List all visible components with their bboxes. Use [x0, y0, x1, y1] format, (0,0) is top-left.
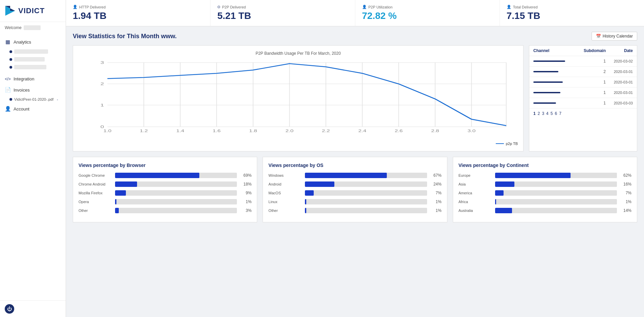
stat-http-value: 1.94 TB: [73, 10, 203, 21]
bar-track: [495, 181, 617, 187]
logo: VIDICT: [0, 0, 66, 22]
svg-text:2.8: 2.8: [431, 129, 439, 133]
bar-row: America 7%: [459, 190, 631, 196]
bar-fill: [305, 181, 334, 187]
bar-label: Asia: [459, 182, 492, 186]
sidebar-subitem-1[interactable]: [0, 48, 66, 55]
bar-track: [115, 208, 237, 213]
sidebar-item-account[interactable]: 👤 Account: [0, 103, 66, 115]
sidebar-item-integration[interactable]: </> Integration: [0, 74, 66, 84]
dot-icon-inv: [9, 98, 12, 101]
bar-fill: [305, 208, 306, 213]
bar-pct: 1%: [430, 199, 442, 204]
sidebar-subitem-3[interactable]: [0, 63, 66, 71]
power-button[interactable]: ⏻: [5, 304, 14, 314]
row-bar-cell: [533, 71, 579, 72]
dot-icon-2: [9, 58, 12, 61]
dot-icon-3: [9, 66, 12, 69]
bar-label: Opera: [79, 200, 112, 204]
row-subdomain: 2: [579, 69, 606, 74]
row-subdomain: 1: [579, 90, 606, 95]
row-bar-cell: [533, 92, 579, 93]
invoices-label: Invoices: [14, 88, 30, 93]
page-number[interactable]: 1: [533, 111, 536, 116]
svg-text:1.6: 1.6: [213, 129, 221, 133]
logo-icon: [4, 5, 16, 17]
bar-pct: 69%: [240, 173, 251, 178]
row-date: 2020-03-03: [606, 101, 633, 105]
page-number[interactable]: 6: [555, 111, 557, 116]
analytics-icon: ▦: [5, 39, 11, 45]
account-icon: 👤: [5, 106, 11, 112]
dot-icon-1: [9, 50, 12, 53]
stat-p2p-utilization: 👤 P2P Utilization 72.82 %: [355, 0, 500, 26]
page-number[interactable]: 4: [546, 111, 549, 116]
bar-label: Android: [268, 182, 302, 186]
page-number[interactable]: 5: [551, 111, 553, 116]
table-header: Channel Subdomain Date: [529, 46, 637, 56]
bar-label: Windows: [268, 173, 302, 177]
bar-pct: 3%: [240, 208, 251, 213]
bar-track: [495, 190, 617, 196]
table-row: 1 2020-03-02: [529, 56, 637, 67]
bar-track: [115, 181, 237, 187]
bar-row: Linux 1%: [268, 199, 441, 204]
bar-label: Google Chrome: [79, 173, 112, 177]
bar-row: Mozilla Firefox 9%: [79, 190, 251, 196]
bar-label: Linux: [268, 200, 302, 204]
svg-text:2.2: 2.2: [322, 129, 330, 133]
bar-pct: 18%: [240, 182, 251, 187]
history-calendar-button[interactable]: 📅 History Calendar: [592, 32, 637, 41]
stat-http-label: 👤 HTTP Delivered: [73, 5, 203, 9]
bar-track: [115, 199, 237, 204]
invoice-dash: -: [57, 97, 58, 101]
os-chart-card: Views percentage by OS Windows 67% Andro…: [263, 157, 447, 222]
table-row: 1 2020-03-01: [529, 88, 637, 98]
sidebar-invoice-subitem[interactable]: VidictPeer-01-2020-.pdf -: [0, 96, 66, 103]
row-bar-cell: [533, 102, 579, 104]
svg-text:3.0: 3.0: [467, 129, 475, 133]
page-number[interactable]: 2: [538, 111, 540, 116]
th-channel: Channel: [533, 48, 579, 53]
stat-http-delivered: 👤 HTTP Delivered 1.94 TB: [66, 0, 210, 26]
bar-track: [495, 208, 617, 213]
line-chart-container: P2P Bandwidth Usage Per TB For March, 20…: [73, 45, 524, 151]
table-row: 2 2020-03-01: [529, 67, 637, 77]
row-date: 2020-03-02: [606, 59, 633, 63]
bar-label: MacOS: [268, 191, 302, 195]
sidebar-item-analytics[interactable]: ▦ Analytics: [0, 36, 66, 48]
page-number[interactable]: 7: [559, 111, 561, 116]
svg-text:2.4: 2.4: [358, 129, 367, 133]
svg-text:3: 3: [101, 60, 104, 65]
continent-chart-card: Views percentage by Continent Europe 62%…: [453, 157, 637, 222]
table-row: 1 2020-03-03: [529, 98, 637, 108]
bar-fill: [115, 190, 126, 196]
bar-label: Mozilla Firefox: [79, 191, 112, 195]
row-bar: [533, 60, 565, 62]
row-bar-cell: [533, 60, 579, 62]
bar-pct: 9%: [240, 191, 251, 195]
main-content: 👤 HTTP Delivered 1.94 TB ⊙ P2P Delivered…: [66, 0, 644, 317]
continent-bars: Europe 62% Asia 16% America 7% Africa 1%: [459, 173, 631, 213]
bar-pct: 1%: [430, 208, 442, 213]
bar-track: [305, 173, 427, 178]
sidebar-subitem-2[interactable]: [0, 55, 66, 63]
bar-label: America: [459, 191, 492, 195]
row-subdomain: 1: [579, 101, 606, 105]
stat-util-value: 72.82 %: [362, 10, 493, 21]
chart-title: P2P Bandwidth Usage Per TB For March, 20…: [79, 51, 518, 56]
sidebar-item-invoices[interactable]: 📄 Invoices: [0, 84, 66, 96]
bar-row: Australia 14%: [459, 208, 631, 213]
line-chart-svg: 3 2 1 0 1.0 1.2 1.4 1.6 1.8 2.0 2.2 2.4 …: [79, 59, 518, 133]
bar-label: Europe: [459, 173, 492, 177]
os-chart-title: Views percentage by OS: [268, 163, 441, 168]
page-number[interactable]: 3: [542, 111, 544, 116]
bar-pct: 14%: [620, 208, 631, 213]
svg-text:2: 2: [101, 82, 104, 86]
table-body: 1 2020-03-02 2 2020-03-01 1 2020-03-01 1…: [529, 56, 637, 108]
row-subdomain: 1: [579, 59, 606, 64]
svg-text:2.0: 2.0: [286, 129, 294, 133]
stat-total-delivered: 👤 Total Delivered 7.15 TB: [500, 0, 644, 26]
svg-text:1.2: 1.2: [140, 129, 148, 133]
bar-fill: [305, 199, 306, 204]
